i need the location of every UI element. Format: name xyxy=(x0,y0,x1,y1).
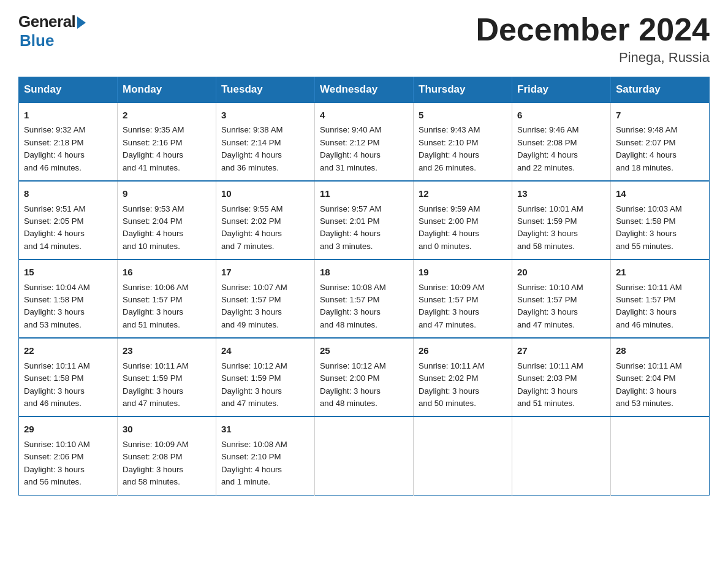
calendar-day-cell: 24Sunrise: 10:12 AMSunset: 1:59 PMDaylig… xyxy=(216,338,315,416)
day-info: Sunrise: 10:08 AMSunset: 1:57 PMDaylight… xyxy=(320,282,408,332)
day-number: 8 xyxy=(24,186,112,201)
empty-cell xyxy=(414,416,512,495)
day-number: 9 xyxy=(123,186,211,201)
calendar-day-cell: 17Sunrise: 10:07 AMSunset: 1:57 PMDaylig… xyxy=(216,259,315,338)
day-info: Sunrise: 10:04 AMSunset: 1:58 PMDaylight… xyxy=(24,282,112,332)
empty-cell xyxy=(611,416,710,495)
day-info: Sunrise: 9:32 AMSunset: 2:18 PMDaylight:… xyxy=(24,124,112,174)
day-info: Sunrise: 10:11 AMSunset: 2:02 PMDaylight… xyxy=(419,360,507,410)
day-info: Sunrise: 10:07 AMSunset: 1:57 PMDaylight… xyxy=(221,282,309,332)
day-number: 4 xyxy=(320,108,408,122)
logo: General Blue xyxy=(18,12,86,50)
day-info: Sunrise: 9:40 AMSunset: 2:12 PMDaylight:… xyxy=(320,124,408,174)
calendar-week-row: 1Sunrise: 9:32 AMSunset: 2:18 PMDaylight… xyxy=(19,102,710,181)
day-info: Sunrise: 10:11 AMSunset: 1:58 PMDaylight… xyxy=(24,360,112,410)
header-saturday: Saturday xyxy=(611,77,710,103)
calendar-day-cell: 25Sunrise: 10:12 AMSunset: 2:00 PMDaylig… xyxy=(315,338,414,416)
day-number: 18 xyxy=(320,265,408,279)
day-number: 23 xyxy=(123,343,211,358)
calendar-day-cell: 21Sunrise: 10:11 AMSunset: 1:57 PMDaylig… xyxy=(611,259,710,338)
title-block: December 2024 Pinega, Russia xyxy=(476,12,710,66)
day-info: Sunrise: 9:38 AMSunset: 2:14 PMDaylight:… xyxy=(221,124,309,174)
day-number: 17 xyxy=(221,265,309,279)
logo-blue-text: Blue xyxy=(20,31,54,50)
day-number: 21 xyxy=(616,265,704,279)
day-info: Sunrise: 10:11 AMSunset: 2:04 PMDaylight… xyxy=(616,360,704,410)
calendar-day-cell: 10Sunrise: 9:55 AMSunset: 2:02 PMDayligh… xyxy=(216,181,315,259)
header-wednesday: Wednesday xyxy=(315,77,414,103)
day-number: 24 xyxy=(221,343,309,358)
logo-general-text: General xyxy=(18,12,75,31)
day-info: Sunrise: 10:08 AMSunset: 2:10 PMDaylight… xyxy=(221,439,309,489)
day-number: 30 xyxy=(123,422,211,436)
calendar-day-cell: 16Sunrise: 10:06 AMSunset: 1:57 PMDaylig… xyxy=(118,259,216,338)
day-info: Sunrise: 10:10 AMSunset: 2:06 PMDaylight… xyxy=(24,439,112,489)
day-number: 11 xyxy=(320,186,408,201)
day-number: 5 xyxy=(419,108,507,122)
calendar-day-cell: 28Sunrise: 10:11 AMSunset: 2:04 PMDaylig… xyxy=(611,338,710,416)
day-info: Sunrise: 10:11 AMSunset: 1:57 PMDaylight… xyxy=(616,282,704,332)
day-info: Sunrise: 10:11 AMSunset: 1:59 PMDaylight… xyxy=(123,360,211,410)
day-info: Sunrise: 10:12 AMSunset: 1:59 PMDaylight… xyxy=(221,360,309,410)
day-info: Sunrise: 10:10 AMSunset: 1:57 PMDaylight… xyxy=(517,282,605,332)
calendar-day-cell: 18Sunrise: 10:08 AMSunset: 1:57 PMDaylig… xyxy=(315,259,414,338)
calendar-day-cell: 13Sunrise: 10:01 AMSunset: 1:59 PMDaylig… xyxy=(512,181,611,259)
calendar-day-cell: 29Sunrise: 10:10 AMSunset: 2:06 PMDaylig… xyxy=(19,416,118,495)
month-year-title: December 2024 xyxy=(476,12,710,47)
day-number: 29 xyxy=(24,422,112,436)
calendar-day-cell: 9Sunrise: 9:53 AMSunset: 2:04 PMDaylight… xyxy=(118,181,216,259)
calendar-day-cell: 15Sunrise: 10:04 AMSunset: 1:58 PMDaylig… xyxy=(19,259,118,338)
calendar-day-cell: 31Sunrise: 10:08 AMSunset: 2:10 PMDaylig… xyxy=(216,416,315,495)
day-info: Sunrise: 9:53 AMSunset: 2:04 PMDaylight:… xyxy=(123,203,211,253)
day-number: 6 xyxy=(517,108,605,122)
calendar-day-cell: 14Sunrise: 10:03 AMSunset: 1:58 PMDaylig… xyxy=(611,181,710,259)
page-header: General Blue December 2024 Pinega, Russi… xyxy=(18,12,710,66)
day-number: 27 xyxy=(517,343,605,358)
calendar-day-cell: 6Sunrise: 9:46 AMSunset: 2:08 PMDaylight… xyxy=(512,102,611,181)
calendar-week-row: 15Sunrise: 10:04 AMSunset: 1:58 PMDaylig… xyxy=(19,259,710,338)
calendar-day-cell: 19Sunrise: 10:09 AMSunset: 1:57 PMDaylig… xyxy=(414,259,512,338)
header-monday: Monday xyxy=(118,77,216,103)
calendar-day-cell: 30Sunrise: 10:09 AMSunset: 2:08 PMDaylig… xyxy=(118,416,216,495)
day-number: 22 xyxy=(24,343,112,358)
calendar-day-cell: 20Sunrise: 10:10 AMSunset: 1:57 PMDaylig… xyxy=(512,259,611,338)
calendar-day-cell: 22Sunrise: 10:11 AMSunset: 1:58 PMDaylig… xyxy=(19,338,118,416)
day-info: Sunrise: 10:09 AMSunset: 2:08 PMDaylight… xyxy=(123,439,211,489)
day-info: Sunrise: 10:01 AMSunset: 1:59 PMDaylight… xyxy=(517,203,605,253)
day-info: Sunrise: 9:57 AMSunset: 2:01 PMDaylight:… xyxy=(320,203,408,253)
day-number: 14 xyxy=(616,186,704,201)
header-thursday: Thursday xyxy=(414,77,512,103)
day-info: Sunrise: 9:59 AMSunset: 2:00 PMDaylight:… xyxy=(419,203,507,253)
day-number: 7 xyxy=(616,108,704,122)
calendar-header-row: SundayMondayTuesdayWednesdayThursdayFrid… xyxy=(19,77,710,103)
location-subtitle: Pinega, Russia xyxy=(476,50,710,66)
day-info: Sunrise: 9:48 AMSunset: 2:07 PMDaylight:… xyxy=(616,124,704,174)
logo-triangle-icon xyxy=(77,17,86,29)
header-tuesday: Tuesday xyxy=(216,77,315,103)
calendar-day-cell: 8Sunrise: 9:51 AMSunset: 2:05 PMDaylight… xyxy=(19,181,118,259)
day-info: Sunrise: 9:35 AMSunset: 2:16 PMDaylight:… xyxy=(123,124,211,174)
day-number: 12 xyxy=(419,186,507,201)
calendar-day-cell: 5Sunrise: 9:43 AMSunset: 2:10 PMDaylight… xyxy=(414,102,512,181)
calendar-day-cell: 7Sunrise: 9:48 AMSunset: 2:07 PMDaylight… xyxy=(611,102,710,181)
day-info: Sunrise: 10:03 AMSunset: 1:58 PMDaylight… xyxy=(616,203,704,253)
calendar-day-cell: 3Sunrise: 9:38 AMSunset: 2:14 PMDaylight… xyxy=(216,102,315,181)
calendar-day-cell: 26Sunrise: 10:11 AMSunset: 2:02 PMDaylig… xyxy=(414,338,512,416)
day-number: 26 xyxy=(419,343,507,358)
day-info: Sunrise: 9:51 AMSunset: 2:05 PMDaylight:… xyxy=(24,203,112,253)
day-info: Sunrise: 10:11 AMSunset: 2:03 PMDaylight… xyxy=(517,360,605,410)
calendar-week-row: 22Sunrise: 10:11 AMSunset: 1:58 PMDaylig… xyxy=(19,338,710,416)
day-info: Sunrise: 10:12 AMSunset: 2:00 PMDaylight… xyxy=(320,360,408,410)
day-number: 16 xyxy=(123,265,211,279)
day-number: 15 xyxy=(24,265,112,279)
calendar-table: SundayMondayTuesdayWednesdayThursdayFrid… xyxy=(18,77,710,495)
calendar-day-cell: 23Sunrise: 10:11 AMSunset: 1:59 PMDaylig… xyxy=(118,338,216,416)
day-number: 20 xyxy=(517,265,605,279)
header-friday: Friday xyxy=(512,77,611,103)
day-number: 28 xyxy=(616,343,704,358)
day-number: 19 xyxy=(419,265,507,279)
calendar-day-cell: 12Sunrise: 9:59 AMSunset: 2:00 PMDayligh… xyxy=(414,181,512,259)
day-number: 3 xyxy=(221,108,309,122)
day-number: 25 xyxy=(320,343,408,358)
day-info: Sunrise: 9:46 AMSunset: 2:08 PMDaylight:… xyxy=(517,124,605,174)
